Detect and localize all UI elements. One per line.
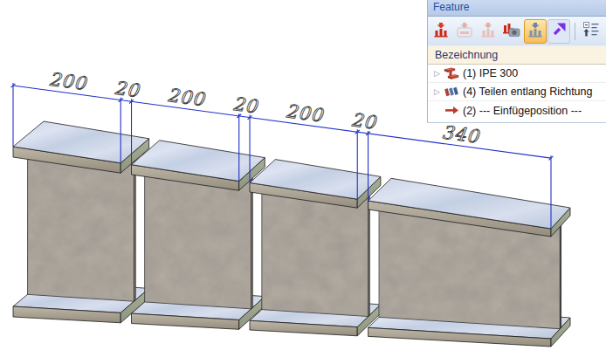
feature-panel-header[interactable]: Feature — [428, 0, 606, 17]
collapse-tree-icon — [582, 21, 600, 41]
feature-tree: ▷(1) IPE 300▷(4) Teilen entlang Richtung… — [428, 65, 606, 120]
insert-feature-button[interactable] — [430, 19, 452, 44]
beam-segment[interactable] — [250, 160, 381, 336]
feature-list-icon — [527, 21, 544, 41]
feature-snapshot-button[interactable] — [500, 19, 523, 44]
feature-tree-row-label: (4) Teilen entlang Richtung — [460, 86, 592, 98]
toolbar-separator — [575, 23, 575, 40]
insert-feature-above-button[interactable] — [453, 19, 476, 44]
collapse-tree-button[interactable] — [580, 19, 603, 44]
web-end-face — [251, 178, 253, 309]
dimension-label: 20 — [349, 109, 377, 134]
feature-tree-row-label: (1) IPE 300 — [460, 67, 518, 79]
divide-along-direction-icon — [443, 86, 460, 99]
feature-tree-row[interactable]: (2) --- Einfügeposition --- — [428, 101, 606, 120]
cad-window: 200202002020020340 Feature 2 Bezeichnung… — [0, 0, 606, 364]
goto-feature-icon — [551, 22, 567, 40]
insert-position-arrow-icon — [443, 106, 460, 115]
ipe-beam-icon — [443, 67, 460, 80]
insert-feature-below-button[interactable] — [477, 19, 499, 44]
tree-column-header[interactable]: Bezeichnung — [428, 46, 606, 65]
feature-tree-row[interactable]: ▷(1) IPE 300 — [428, 65, 606, 83]
dimension-label: 20 — [113, 78, 141, 102]
beam-segment[interactable] — [368, 178, 570, 347]
web-end-face — [368, 196, 369, 317]
insert-feature-above-icon — [456, 21, 473, 41]
expander-icon[interactable]: ▷ — [431, 88, 443, 96]
tree-column-header-label: Bezeichnung — [435, 49, 498, 61]
feature-snapshot-icon — [502, 21, 521, 41]
insert-feature-icon — [432, 21, 450, 41]
beam-segment[interactable] — [13, 121, 149, 323]
feature-toolbar: 2 — [428, 17, 606, 46]
web-end-face — [560, 225, 561, 328]
feature-panel: Feature 2 Bezeichnung ▷(1) IPE 300▷(4) T… — [427, 0, 606, 123]
expander-icon[interactable]: ▷ — [431, 70, 443, 78]
feature-panel-title: Feature — [433, 1, 469, 13]
web-end-face — [134, 160, 136, 301]
feature-list-button[interactable] — [524, 19, 547, 44]
feature-tree-row-label: (2) --- Einfügeposition --- — [460, 105, 582, 117]
goto-feature-button[interactable] — [547, 19, 570, 44]
insert-feature-below-icon — [479, 21, 497, 41]
feature-tree-row[interactable]: ▷(4) Teilen entlang Richtung — [428, 83, 606, 101]
beam-segment[interactable] — [132, 141, 265, 329]
dimension-label: 20 — [231, 93, 259, 118]
